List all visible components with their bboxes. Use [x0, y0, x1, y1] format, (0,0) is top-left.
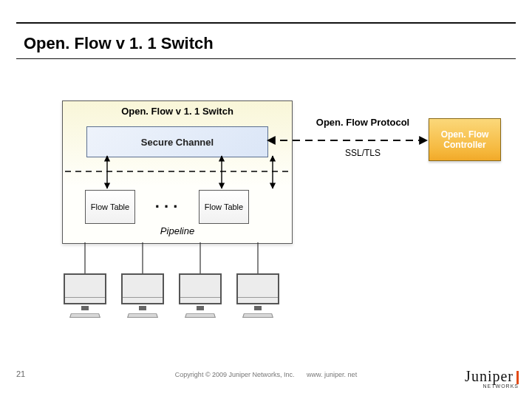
- protocol-label: Open. Flow Protocol: [307, 117, 418, 128]
- flow-table-ellipsis: . . .: [144, 193, 188, 212]
- client-monitors: [64, 273, 279, 318]
- flow-table-1: Flow Table: [85, 190, 135, 224]
- logo-name: Juniper: [465, 368, 514, 384]
- monitor-icon: [64, 273, 106, 318]
- monitor-icon: [179, 273, 222, 318]
- top-rule: [16, 22, 516, 24]
- footer-url: www. juniper. net: [307, 371, 357, 378]
- slide: Open. Flow v 1. 1 Switch Open. Flow v 1.…: [0, 0, 532, 399]
- logo-bar-icon: [516, 371, 519, 384]
- copyright-text: Copyright © 2009 Juniper Networks, Inc.: [175, 371, 295, 378]
- switch-box-title: Open. Flow v 1. 1 Switch: [63, 106, 292, 117]
- controller-box: Open. Flow Controller: [429, 118, 501, 161]
- switch-box: Open. Flow v 1. 1 Switch Secure Channel …: [62, 100, 293, 244]
- secure-channel-box: Secure Channel: [86, 126, 268, 157]
- copyright-line: Copyright © 2009 Juniper Networks, Inc. …: [0, 371, 532, 378]
- monitor-icon: [121, 273, 164, 318]
- juniper-logo: Juniper NETWORKS: [465, 368, 519, 389]
- ssl-label: SSL/TLS: [307, 148, 418, 158]
- title-underline: [16, 58, 516, 59]
- flow-table-2: Flow Table: [199, 190, 249, 224]
- slide-title: Open. Flow v 1. 1 Switch: [24, 34, 214, 53]
- pipeline-label: Pipeline: [63, 225, 292, 236]
- monitor-icon: [236, 273, 279, 318]
